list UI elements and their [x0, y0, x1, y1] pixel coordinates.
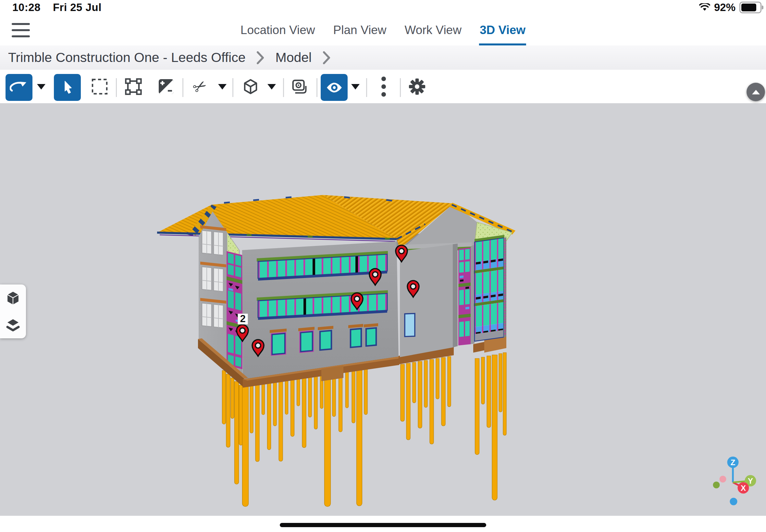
gear-icon [408, 77, 426, 96]
select-tool-button[interactable] [54, 74, 81, 101]
battery-percent: 92% [714, 1, 736, 14]
visibility-tool-button[interactable] [321, 74, 347, 101]
status-time: 10:28 [12, 1, 41, 13]
pile [235, 381, 239, 484]
pile [231, 378, 234, 418]
chevron-up-icon [752, 90, 760, 94]
pile [279, 381, 283, 461]
pile [339, 372, 342, 432]
axis-z-handle[interactable]: Z [727, 457, 739, 468]
status-time-date: 10:28Fri 25 Jul [12, 1, 102, 14]
pile [430, 359, 434, 444]
breadcrumb-model[interactable]: Model [275, 50, 311, 65]
pile [285, 381, 288, 415]
axis-neg-x-dot[interactable] [720, 476, 726, 483]
settings-button[interactable] [408, 78, 426, 96]
pile [255, 385, 259, 462]
marker-label: 2 [240, 313, 245, 324]
chevron-right-icon [322, 51, 330, 64]
pile [357, 369, 362, 506]
tab-3d-view[interactable]: 3D View [479, 15, 526, 45]
models-button[interactable] [0, 284, 26, 311]
view-tabs: Location View Plan View Work View 3D Vie… [240, 15, 526, 45]
tab-plan-view[interactable]: Plan View [333, 15, 387, 45]
pile [302, 378, 306, 448]
visibility-dropdown-caret[interactable] [351, 84, 359, 90]
pile [222, 370, 226, 424]
cut-dropdown-caret[interactable] [218, 84, 226, 90]
home-strip [0, 516, 766, 532]
scissors-icon: ✂ [190, 76, 210, 97]
pile [267, 383, 271, 450]
pile [324, 374, 331, 507]
layers-icon [6, 318, 20, 333]
axis-x-handle[interactable]: X [738, 482, 749, 494]
tower-curtain-strip [458, 248, 471, 345]
pile [407, 363, 410, 440]
transform-frame-icon [124, 78, 142, 96]
right-wing [399, 235, 506, 357]
pile [424, 360, 428, 407]
toolbar-divider [283, 78, 284, 97]
cut-section-button[interactable]: ✂ [191, 78, 209, 96]
pile [442, 357, 445, 426]
west-windows [200, 225, 226, 328]
pile [226, 374, 230, 447]
adjust-exposure-button[interactable] [157, 78, 175, 96]
pile [448, 357, 451, 407]
toolbar-divider [366, 78, 367, 97]
axis-gizmo[interactable]: Z Y X [713, 457, 756, 505]
pile [364, 368, 367, 415]
svg-text:Y: Y [748, 477, 753, 485]
model-cube-button[interactable] [241, 78, 260, 96]
axis-neg-y-dot[interactable] [713, 482, 720, 489]
marquee-select-button[interactable] [91, 78, 109, 96]
pile [352, 369, 355, 423]
pile [487, 356, 491, 428]
more-options-button[interactable] [374, 78, 393, 96]
tab-location-view[interactable]: Location View [240, 15, 316, 45]
tab-work-view[interactable]: Work View [404, 15, 462, 45]
chevron-right-icon [256, 51, 264, 64]
orbit-dropdown-caret[interactable] [37, 84, 45, 90]
model-viewport[interactable]: 2 Z Y X [0, 103, 766, 516]
view-capture-button[interactable] [290, 78, 309, 96]
axis-neg-z-dot[interactable] [730, 498, 737, 505]
pile [436, 358, 439, 399]
menu-button[interactable] [12, 23, 30, 37]
cursor-icon [58, 79, 77, 97]
cube-dropdown-caret[interactable] [267, 84, 276, 90]
east-glazed-facade [474, 235, 506, 342]
pile [499, 354, 502, 412]
toolbar-divider [232, 78, 233, 97]
toolbar-divider [316, 78, 317, 97]
battery-fill [741, 4, 756, 11]
pile [475, 358, 480, 455]
marquee-icon [91, 78, 108, 95]
pile [308, 377, 311, 417]
eye-icon [324, 79, 344, 97]
breadcrumb-project[interactable]: Trimble Construction One - Leeds Office [8, 50, 245, 65]
home-indicator[interactable] [280, 523, 486, 527]
nav-bar: Location View Plan View Work View 3D Vie… [0, 15, 766, 45]
pile [418, 361, 422, 428]
collapse-toolbar-button[interactable] [747, 83, 765, 101]
orbit-icon [10, 78, 29, 97]
view-capture-icon [290, 78, 309, 96]
pile [250, 386, 253, 433]
pile [492, 355, 497, 500]
status-bar: 10:28Fri 25 Jul 92% [0, 0, 766, 15]
adjust-exposure-icon [157, 78, 175, 95]
building-model: 2 Z Y X [0, 103, 766, 516]
pile [481, 357, 485, 404]
layers-button[interactable] [0, 311, 26, 338]
view-options-panel [0, 284, 26, 338]
corner-curtain-strip [226, 251, 242, 369]
front-facade [242, 241, 399, 380]
pile [242, 387, 249, 507]
pile [291, 380, 294, 437]
battery-nib [762, 6, 763, 9]
transform-frame-button[interactable] [124, 78, 142, 96]
orbit-tool-button[interactable] [6, 74, 32, 101]
toolbar-divider [116, 78, 117, 97]
